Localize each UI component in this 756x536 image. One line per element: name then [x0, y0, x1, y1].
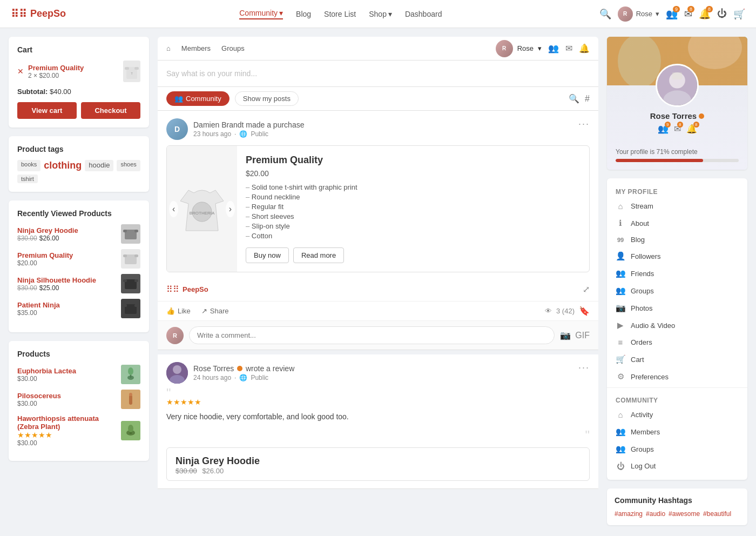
gif-comment-btn[interactable]: GIF — [575, 330, 590, 340]
product-pilosocereus[interactable]: Pilosocereus — [17, 392, 117, 400]
view-cart-button[interactable]: View cart — [17, 102, 77, 119]
commenter-avatar: R — [166, 327, 184, 344]
list-item: Pilosocereus $30.00 — [17, 390, 140, 409]
svg-text:BROTHERIA: BROTHERIA — [190, 211, 215, 216]
hashtag-beautiful[interactable]: #beautiful — [703, 510, 731, 518]
share-btn[interactable]: ↗ Share — [201, 307, 229, 315]
menu-photos[interactable]: 📷 Photos — [607, 299, 747, 317]
search-button[interactable]: 🔍 — [599, 8, 611, 20]
top-navigation: ⠿⠿ PeepSo Community ▾ Blog Store List Sh… — [0, 0, 756, 28]
peepso-source-label[interactable]: PeepSo — [183, 285, 208, 293]
power-button[interactable]: ⏻ — [717, 8, 727, 19]
tag-tshirt[interactable]: tshirt — [17, 175, 38, 183]
tag-clothing[interactable]: clothing — [44, 160, 82, 171]
menu-friends[interactable]: 👥 Friends — [607, 265, 747, 282]
buy-now-btn[interactable]: Buy now — [246, 247, 289, 263]
product-tags-title: Product tags — [17, 145, 140, 153]
photo-comment-btn[interactable]: 📷 — [560, 330, 571, 340]
nav-blog[interactable]: Blog — [296, 10, 311, 18]
profile-name-text: Rose Torres — [650, 111, 697, 120]
menu-logout[interactable]: ⏻ Log Out — [607, 458, 747, 474]
menu-members[interactable]: 👥 Members — [607, 423, 747, 440]
list-item: Haworthiopsis attenuata (Zebra Plant) ★★… — [17, 414, 140, 447]
menu-about[interactable]: ℹ About — [607, 215, 747, 232]
svg-rect-11 — [123, 279, 127, 282]
profile-messages-btn[interactable]: ✉8 — [674, 124, 681, 134]
audio-video-menu-icon: ▶ — [616, 320, 625, 330]
menu-orders[interactable]: ≡ Orders — [607, 334, 747, 351]
cart-nav-button[interactable]: 🛒 — [733, 8, 745, 20]
svg-text:T: T — [131, 72, 133, 75]
tag-shoes[interactable]: shoes — [117, 160, 140, 171]
post-options-btn-review[interactable]: ··· — [578, 362, 590, 373]
comment-input[interactable] — [189, 326, 555, 344]
product-haworthiopsis[interactable]: Haworthiopsis attenuata (Zebra Plant) — [17, 414, 117, 431]
list-item: Premium Quality $20.00 — [17, 249, 140, 269]
user-menu[interactable]: R Rose ▾ — [618, 6, 659, 22]
nav-shop[interactable]: Shop ▾ — [369, 10, 392, 18]
cart-remove-btn[interactable]: ✕ — [17, 67, 24, 76]
svg-rect-2 — [134, 67, 139, 70]
product-name-ninja-silhouette[interactable]: Ninja Silhouette Hoodie — [17, 276, 117, 284]
recently-viewed-widget: Recently Viewed Products Ninja Grey Hood… — [9, 200, 149, 332]
friends-button[interactable]: 👥9 — [666, 8, 678, 20]
feed-hashtag-btn[interactable]: # — [585, 93, 590, 104]
menu-stream[interactable]: ⌂ Stream — [607, 198, 747, 215]
cart-item: ✕ Premium Quality 2 × $20.00 T — [17, 61, 140, 82]
menu-activity[interactable]: ⌂ Activity — [607, 406, 747, 423]
feed-nav-groups[interactable]: Groups — [221, 38, 245, 59]
profile-friends-btn[interactable]: 👥9 — [658, 124, 669, 134]
product-name-ninja-grey[interactable]: Ninja Grey Hoodie — [17, 226, 117, 234]
menu-followers[interactable]: 👤 Followers — [607, 247, 747, 265]
feed-messages-button[interactable]: ✉ — [565, 43, 572, 53]
product-name-patient-ninja[interactable]: Patient Ninja — [17, 301, 117, 309]
svg-rect-12 — [134, 279, 138, 282]
menu-blog[interactable]: 99 Blog — [607, 232, 747, 247]
profile-notifications-btn[interactable]: 🔔8 — [686, 124, 697, 134]
messages-button[interactable]: ✉8 — [684, 8, 692, 20]
thumbs-up-icon: 👍 — [166, 307, 175, 315]
feed-nav-members[interactable]: Members — [181, 38, 211, 59]
profile-messages-badge: 8 — [677, 122, 683, 128]
filter-community-btn[interactable]: 👥 Community — [166, 91, 230, 106]
post-composer[interactable]: Say what is on your mind... — [158, 61, 598, 87]
read-more-btn[interactable]: Read more — [293, 247, 344, 263]
hashtag-amazing[interactable]: #amazing — [615, 510, 643, 518]
notifications-button[interactable]: 🔔8 — [699, 8, 711, 20]
product-showcase-image: ‹ BROTHERIA › — [167, 146, 237, 272]
filter-my-posts-btn[interactable]: Show my posts — [235, 91, 299, 106]
hashtags-widget: Community Hashtags #amazing #audio #awes… — [607, 488, 747, 525]
bookmark-btn[interactable]: 🔖 — [579, 306, 590, 316]
nav-store-list[interactable]: Store List — [324, 10, 356, 18]
feed-search-btn[interactable]: 🔍 — [569, 93, 579, 104]
product-name-premium[interactable]: Premium Quality — [17, 251, 117, 259]
cart-item-name[interactable]: Premium Quality — [28, 64, 84, 72]
logo[interactable]: ⠿⠿ PeepSo — [11, 8, 66, 21]
tag-hoodie[interactable]: hoodie — [85, 160, 113, 171]
profile-friends-badge: 9 — [665, 122, 670, 128]
share-icon-btn[interactable]: ⤢ — [583, 284, 590, 294]
menu-audio-video[interactable]: ▶ Audio & Video — [607, 317, 747, 334]
hashtag-awesome[interactable]: #awesome — [669, 510, 700, 518]
ninja-price-old: $30.00 — [176, 467, 197, 475]
feed-notifications-button[interactable]: 🔔 — [579, 43, 590, 53]
menu-groups[interactable]: 👥 Groups — [607, 282, 747, 299]
menu-community-groups[interactable]: 👥 Groups — [607, 440, 747, 458]
menu-preferences[interactable]: ⚙ Preferences — [607, 368, 747, 385]
product-euphorbia[interactable]: Euphorbia Lactea — [17, 367, 117, 375]
menu-cart[interactable]: 🛒 Cart — [607, 351, 747, 368]
hashtag-audio[interactable]: #audio — [646, 510, 665, 518]
feed-nav-home[interactable]: ⌂ — [166, 38, 171, 59]
svg-rect-6 — [134, 230, 138, 232]
showcase-product-name: Premium Quality — [246, 155, 580, 166]
checkout-button[interactable]: Checkout — [81, 102, 140, 119]
home-icon: ⌂ — [166, 44, 171, 52]
feed-friends-button[interactable]: 👥 — [548, 43, 559, 53]
nav-dashboard[interactable]: Dashboard — [405, 10, 442, 18]
like-btn[interactable]: 👍 Like — [166, 307, 191, 315]
user-avatar: R — [618, 6, 633, 22]
tag-books[interactable]: books — [17, 160, 40, 171]
post-options-btn[interactable]: ··· — [578, 118, 590, 130]
nav-community[interactable]: Community ▾ — [239, 9, 283, 19]
nav-links: Community ▾ Blog Store List Shop ▾ Dashb… — [82, 9, 599, 19]
